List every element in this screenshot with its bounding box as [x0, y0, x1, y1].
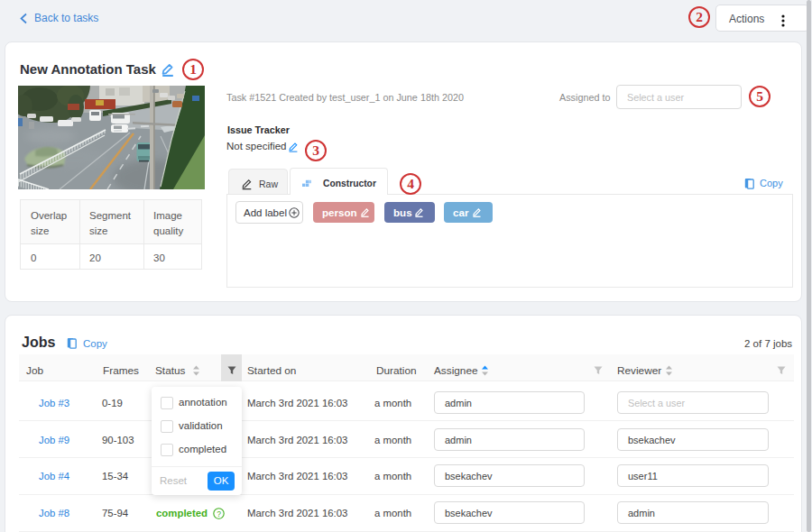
svg-text:?: ?: [217, 509, 221, 518]
